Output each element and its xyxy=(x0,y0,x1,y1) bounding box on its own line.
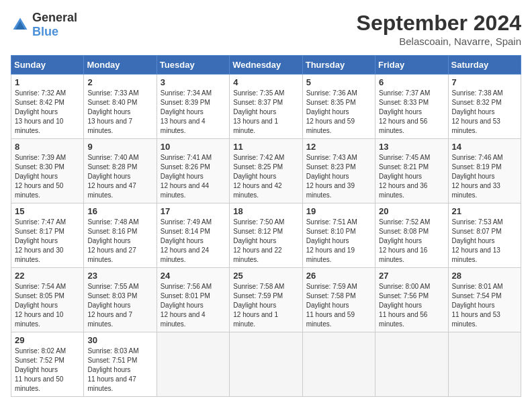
day-number: 20 xyxy=(379,206,444,216)
day-info: Sunrise: 8:01 AMSunset: 7:54 PMDaylight … xyxy=(452,282,517,329)
day-number: 8 xyxy=(15,142,80,152)
day-number: 2 xyxy=(87,77,152,87)
day-info: Sunrise: 8:00 AMSunset: 7:56 PMDaylight … xyxy=(379,282,444,329)
calendar-cell: 11Sunrise: 7:42 AMSunset: 8:25 PMDayligh… xyxy=(230,139,302,203)
calendar-cell: 17Sunrise: 7:49 AMSunset: 8:14 PMDayligh… xyxy=(157,203,229,268)
calendar-day-header: Monday xyxy=(84,56,157,75)
calendar-cell: 8Sunrise: 7:39 AMSunset: 8:30 PMDaylight… xyxy=(11,139,84,203)
calendar-cell: 26Sunrise: 7:59 AMSunset: 7:58 PMDayligh… xyxy=(302,268,375,332)
calendar-cell: 21Sunrise: 7:53 AMSunset: 8:07 PMDayligh… xyxy=(448,203,521,268)
day-number: 21 xyxy=(452,206,517,216)
logo-icon xyxy=(11,15,30,34)
day-number: 28 xyxy=(452,271,517,281)
calendar-cell: 15Sunrise: 7:47 AMSunset: 8:17 PMDayligh… xyxy=(11,203,84,268)
day-number: 13 xyxy=(379,142,444,152)
day-number: 14 xyxy=(452,142,517,152)
calendar-cell: 27Sunrise: 8:00 AMSunset: 7:56 PMDayligh… xyxy=(375,268,448,332)
calendar-cell xyxy=(230,332,302,397)
calendar-day-header: Wednesday xyxy=(230,56,302,75)
day-info: Sunrise: 7:52 AMSunset: 8:08 PMDaylight … xyxy=(379,218,444,265)
calendar-cell: 29Sunrise: 8:02 AMSunset: 7:52 PMDayligh… xyxy=(11,332,84,397)
day-number: 9 xyxy=(87,142,152,152)
day-number: 3 xyxy=(161,77,226,87)
logo-blue: Blue xyxy=(32,25,58,38)
day-info: Sunrise: 7:54 AMSunset: 8:05 PMDaylight … xyxy=(15,282,80,329)
calendar-week-row: 15Sunrise: 7:47 AMSunset: 8:17 PMDayligh… xyxy=(11,203,521,268)
day-info: Sunrise: 7:49 AMSunset: 8:14 PMDaylight … xyxy=(161,218,226,265)
day-info: Sunrise: 7:37 AMSunset: 8:33 PMDaylight … xyxy=(379,89,444,136)
calendar-cell: 22Sunrise: 7:54 AMSunset: 8:05 PMDayligh… xyxy=(11,268,84,332)
calendar-week-row: 1Sunrise: 7:32 AMSunset: 8:42 PMDaylight… xyxy=(11,75,521,139)
day-number: 11 xyxy=(233,142,298,152)
calendar-header-row: SundayMondayTuesdayWednesdayThursdayFrid… xyxy=(11,56,521,75)
calendar-week-row: 8Sunrise: 7:39 AMSunset: 8:30 PMDaylight… xyxy=(11,139,521,203)
day-info: Sunrise: 8:02 AMSunset: 7:52 PMDaylight … xyxy=(15,347,80,394)
day-info: Sunrise: 7:40 AMSunset: 8:28 PMDaylight … xyxy=(87,153,152,200)
day-info: Sunrise: 7:39 AMSunset: 8:30 PMDaylight … xyxy=(15,153,80,200)
day-number: 5 xyxy=(306,77,371,87)
calendar-day-header: Thursday xyxy=(302,56,375,75)
calendar-cell: 13Sunrise: 7:45 AMSunset: 8:21 PMDayligh… xyxy=(375,139,448,203)
calendar-cell xyxy=(375,332,448,397)
day-info: Sunrise: 7:53 AMSunset: 8:07 PMDaylight … xyxy=(452,218,517,265)
title-block: September 2024 Belascoain, Navarre, Spai… xyxy=(357,11,521,47)
page-header: General Blue September 2024 Belascoain, … xyxy=(11,11,521,47)
calendar-cell: 18Sunrise: 7:50 AMSunset: 8:12 PMDayligh… xyxy=(230,203,302,268)
calendar-cell: 19Sunrise: 7:51 AMSunset: 8:10 PMDayligh… xyxy=(302,203,375,268)
calendar-cell: 6Sunrise: 7:37 AMSunset: 8:33 PMDaylight… xyxy=(375,75,448,139)
day-info: Sunrise: 7:55 AMSunset: 8:03 PMDaylight … xyxy=(87,282,152,329)
day-number: 19 xyxy=(306,206,371,216)
day-info: Sunrise: 8:03 AMSunset: 7:51 PMDaylight … xyxy=(87,347,152,394)
day-info: Sunrise: 7:58 AMSunset: 7:59 PMDaylight … xyxy=(233,282,298,329)
day-info: Sunrise: 7:43 AMSunset: 8:23 PMDaylight … xyxy=(306,153,371,200)
day-info: Sunrise: 7:42 AMSunset: 8:25 PMDaylight … xyxy=(233,153,298,200)
day-info: Sunrise: 7:34 AMSunset: 8:39 PMDaylight … xyxy=(161,89,226,136)
day-number: 16 xyxy=(87,206,152,216)
calendar-day-header: Saturday xyxy=(448,56,521,75)
day-info: Sunrise: 7:48 AMSunset: 8:16 PMDaylight … xyxy=(87,218,152,265)
calendar-cell: 28Sunrise: 8:01 AMSunset: 7:54 PMDayligh… xyxy=(448,268,521,332)
logo-general: General xyxy=(32,11,77,24)
day-number: 27 xyxy=(379,271,444,281)
calendar-cell: 25Sunrise: 7:58 AMSunset: 7:59 PMDayligh… xyxy=(230,268,302,332)
day-number: 7 xyxy=(452,77,517,87)
day-info: Sunrise: 7:36 AMSunset: 8:35 PMDaylight … xyxy=(306,89,371,136)
day-number: 17 xyxy=(161,206,226,216)
calendar-week-row: 22Sunrise: 7:54 AMSunset: 8:05 PMDayligh… xyxy=(11,268,521,332)
calendar-cell: 4Sunrise: 7:35 AMSunset: 8:37 PMDaylight… xyxy=(230,75,302,139)
calendar-cell xyxy=(157,332,229,397)
calendar-cell: 5Sunrise: 7:36 AMSunset: 8:35 PMDaylight… xyxy=(302,75,375,139)
day-number: 26 xyxy=(306,271,371,281)
calendar-cell: 30Sunrise: 8:03 AMSunset: 7:51 PMDayligh… xyxy=(84,332,157,397)
day-number: 12 xyxy=(306,142,371,152)
calendar-cell: 23Sunrise: 7:55 AMSunset: 8:03 PMDayligh… xyxy=(84,268,157,332)
day-number: 25 xyxy=(233,271,298,281)
logo: General Blue xyxy=(11,11,77,39)
calendar-cell: 20Sunrise: 7:52 AMSunset: 8:08 PMDayligh… xyxy=(375,203,448,268)
day-number: 1 xyxy=(15,77,80,87)
month-title: September 2024 xyxy=(357,11,521,36)
day-number: 29 xyxy=(15,335,80,345)
day-number: 18 xyxy=(233,206,298,216)
calendar-cell: 10Sunrise: 7:41 AMSunset: 8:26 PMDayligh… xyxy=(157,139,229,203)
day-number: 22 xyxy=(15,271,80,281)
day-info: Sunrise: 7:33 AMSunset: 8:40 PMDaylight … xyxy=(87,89,152,136)
day-number: 10 xyxy=(161,142,226,152)
day-info: Sunrise: 7:50 AMSunset: 8:12 PMDaylight … xyxy=(233,218,298,265)
day-info: Sunrise: 7:32 AMSunset: 8:42 PMDaylight … xyxy=(15,89,80,136)
calendar-day-header: Sunday xyxy=(11,56,84,75)
calendar-table: SundayMondayTuesdayWednesdayThursdayFrid… xyxy=(11,55,521,397)
location-title: Belascoain, Navarre, Spain xyxy=(357,36,521,47)
day-info: Sunrise: 7:59 AMSunset: 7:58 PMDaylight … xyxy=(306,282,371,329)
day-info: Sunrise: 7:35 AMSunset: 8:37 PMDaylight … xyxy=(233,89,298,136)
calendar-day-header: Friday xyxy=(375,56,448,75)
calendar-cell: 12Sunrise: 7:43 AMSunset: 8:23 PMDayligh… xyxy=(302,139,375,203)
day-number: 23 xyxy=(87,271,152,281)
day-number: 15 xyxy=(15,206,80,216)
calendar-cell: 24Sunrise: 7:56 AMSunset: 8:01 PMDayligh… xyxy=(157,268,229,332)
calendar-cell: 9Sunrise: 7:40 AMSunset: 8:28 PMDaylight… xyxy=(84,139,157,203)
day-info: Sunrise: 7:47 AMSunset: 8:17 PMDaylight … xyxy=(15,218,80,265)
calendar-cell: 14Sunrise: 7:46 AMSunset: 8:19 PMDayligh… xyxy=(448,139,521,203)
calendar-week-row: 29Sunrise: 8:02 AMSunset: 7:52 PMDayligh… xyxy=(11,332,521,397)
day-info: Sunrise: 7:45 AMSunset: 8:21 PMDaylight … xyxy=(379,153,444,200)
